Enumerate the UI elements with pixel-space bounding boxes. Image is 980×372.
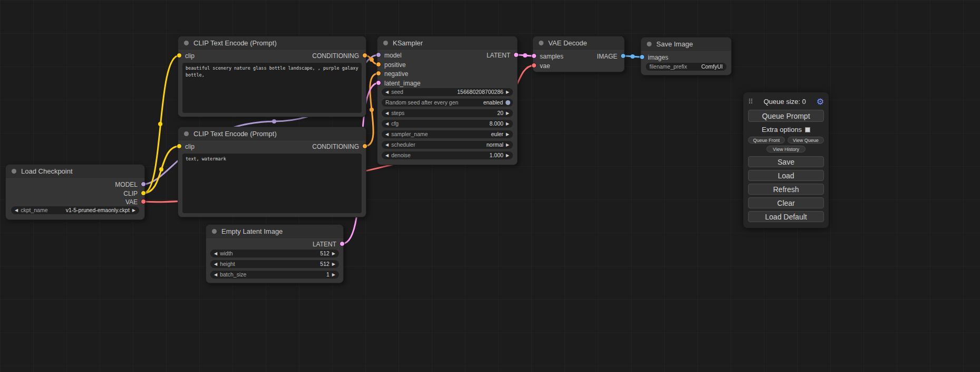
collapse-icon[interactable] xyxy=(383,41,388,45)
output-label-latent: LATENT xyxy=(313,241,336,248)
widget-value: 512 xyxy=(320,250,329,257)
cfg-widget[interactable]: ◀ cfg 8.000 ▶ xyxy=(382,120,513,128)
next-value-icon[interactable]: ▶ xyxy=(332,262,335,266)
node-load-checkpoint[interactable]: Load Checkpoint MODEL CLIP VAE ◀ ckpt_na… xyxy=(5,164,145,220)
steps-widget[interactable]: ◀ steps 20 ▶ xyxy=(382,109,513,117)
input-label-clip: clip xyxy=(185,52,195,60)
seed-widget[interactable]: ◀ seed 156680208700286 ▶ xyxy=(382,88,513,96)
view-queue-button[interactable]: View Queue xyxy=(788,137,824,144)
node-header[interactable]: Empty Latent Image xyxy=(206,225,343,238)
widget-label: seed xyxy=(391,88,403,96)
input-label-clip: clip xyxy=(185,143,195,150)
node-header[interactable]: VAE Decode xyxy=(533,36,624,50)
load-button[interactable]: Load xyxy=(748,170,824,181)
prev-value-icon[interactable]: ◀ xyxy=(385,111,389,116)
load-default-button[interactable]: Load Default xyxy=(748,211,824,222)
prev-value-icon[interactable]: ◀ xyxy=(214,273,217,277)
random-seed-toggle[interactable]: Random seed after every gen enabled xyxy=(382,99,513,107)
node-save-image[interactable]: Save Image images filename_prefix ComfyU… xyxy=(641,37,732,75)
next-value-icon[interactable]: ▶ xyxy=(506,90,509,94)
output-label-image: IMAGE xyxy=(597,53,617,60)
wire-midpoint-dot xyxy=(159,167,163,171)
positive-prompt-textarea[interactable]: beautiful scenery nature glass bottle la… xyxy=(182,63,362,113)
collapse-icon[interactable] xyxy=(647,42,652,46)
widget-value: 20 xyxy=(497,109,503,117)
save-button[interactable]: Save xyxy=(748,156,824,167)
input-label-model: model xyxy=(384,52,402,59)
prev-value-icon[interactable]: ◀ xyxy=(385,122,389,126)
next-value-icon[interactable]: ▶ xyxy=(506,122,509,126)
node-header[interactable]: CLIP Text Encode (Prompt) xyxy=(178,36,366,50)
widget-label: filename_prefix xyxy=(649,63,687,71)
widget-label: denoise xyxy=(391,151,411,159)
width-widget[interactable]: ◀ width 512 ▶ xyxy=(210,250,339,257)
wire-midpoint-dot xyxy=(523,53,527,58)
filename-prefix-widget[interactable]: filename_prefix ComfyUI xyxy=(646,63,726,71)
widget-value: v1-5-pruned-emaonly.ckpt xyxy=(66,206,130,214)
output-label-latent: LATENT xyxy=(487,52,510,59)
batch-size-widget[interactable]: ◀ batch_size 1 ▶ xyxy=(210,271,339,279)
next-value-icon[interactable]: ▶ xyxy=(506,132,509,137)
height-widget[interactable]: ◀ height 512 ▶ xyxy=(210,260,339,268)
collapse-icon[interactable] xyxy=(212,229,217,234)
input-label-latent-image: latent_image xyxy=(384,80,421,87)
toggle-dot-icon[interactable] xyxy=(506,100,510,105)
queue-prompt-button[interactable]: Queue Prompt xyxy=(748,110,824,122)
negative-prompt-textarea[interactable]: text, watermark xyxy=(182,154,362,213)
extra-options-checkbox[interactable] xyxy=(805,127,810,132)
widget-value: 1 xyxy=(326,271,329,279)
collapse-icon[interactable] xyxy=(184,131,189,136)
node-ksampler[interactable]: KSampler model positive negative latent_… xyxy=(377,36,518,165)
collapse-icon[interactable] xyxy=(184,41,189,45)
prev-value-icon[interactable]: ◀ xyxy=(15,208,18,213)
widget-label: height xyxy=(220,260,235,268)
queue-panel-header: ⠿ Queue size: 0 ⚙ xyxy=(748,96,824,107)
collapse-icon[interactable] xyxy=(12,169,16,174)
next-value-icon[interactable]: ▶ xyxy=(132,208,135,213)
denoise-widget[interactable]: ◀ denoise 1.000 ▶ xyxy=(382,151,513,159)
node-title: KSampler xyxy=(393,39,423,47)
next-value-icon[interactable]: ▶ xyxy=(506,154,509,158)
prev-value-icon[interactable]: ◀ xyxy=(385,132,389,137)
prev-value-icon[interactable]: ◀ xyxy=(385,154,389,158)
node-graph-canvas[interactable]: Load Checkpoint MODEL CLIP VAE ◀ ckpt_na… xyxy=(0,0,980,372)
sampler-name-widget[interactable]: ◀ sampler_name euler ▶ xyxy=(382,130,513,138)
clear-button[interactable]: Clear xyxy=(748,197,824,208)
next-value-icon[interactable]: ▶ xyxy=(332,273,335,277)
extra-options-row: Extra options xyxy=(748,126,824,133)
node-header[interactable]: Load Checkpoint xyxy=(6,165,144,178)
widgets-column: ◀ seed 156680208700286 ▶ Random seed aft… xyxy=(382,88,513,159)
widget-value: 1.000 xyxy=(490,151,503,159)
next-value-icon[interactable]: ▶ xyxy=(332,252,335,256)
node-header[interactable]: KSampler xyxy=(377,36,517,50)
output-label-conditioning: CONDITIONING xyxy=(312,52,359,60)
settings-gear-icon[interactable]: ⚙ xyxy=(817,97,824,107)
collapse-icon[interactable] xyxy=(539,41,544,45)
prev-value-icon[interactable]: ◀ xyxy=(214,262,217,266)
node-empty-latent-image[interactable]: Empty Latent Image LATENT ◀ width 512 ▶ … xyxy=(206,224,344,283)
node-vae-decode[interactable]: VAE Decode samples vae IMAGE xyxy=(532,36,625,72)
widget-value: normal xyxy=(487,141,503,149)
input-label-negative: negative xyxy=(384,70,408,78)
refresh-button[interactable]: Refresh xyxy=(748,184,824,195)
ckpt-name-widget[interactable]: ◀ ckpt_name v1-5-pruned-emaonly.ckpt ▶ xyxy=(11,206,139,214)
prev-value-icon[interactable]: ◀ xyxy=(385,90,389,94)
view-history-button[interactable]: View History xyxy=(766,146,806,152)
node-title: Empty Latent Image xyxy=(221,227,283,235)
node-clip-text-encode-positive[interactable]: CLIP Text Encode (Prompt) clip CONDITION… xyxy=(178,36,366,117)
extra-options-label: Extra options xyxy=(762,126,802,133)
node-clip-text-encode-negative[interactable]: CLIP Text Encode (Prompt) clip CONDITION… xyxy=(178,127,366,217)
node-header[interactable]: Save Image xyxy=(641,37,731,51)
drag-handle-icon[interactable]: ⠿ xyxy=(748,98,753,106)
wire-midpoint-dot xyxy=(370,58,374,62)
queue-size-label: Queue size: 0 xyxy=(763,98,806,106)
node-header[interactable]: CLIP Text Encode (Prompt) xyxy=(178,127,366,140)
prev-value-icon[interactable]: ◀ xyxy=(214,252,217,256)
next-value-icon[interactable]: ▶ xyxy=(506,143,509,147)
prev-value-icon[interactable]: ◀ xyxy=(385,143,389,147)
wire-midpoint-dot xyxy=(272,119,276,123)
next-value-icon[interactable]: ▶ xyxy=(506,111,509,116)
queue-actions-row: Queue Front View Queue xyxy=(748,137,824,144)
scheduler-widget[interactable]: ◀ scheduler normal ▶ xyxy=(382,141,513,149)
queue-front-button[interactable]: Queue Front xyxy=(748,137,785,144)
